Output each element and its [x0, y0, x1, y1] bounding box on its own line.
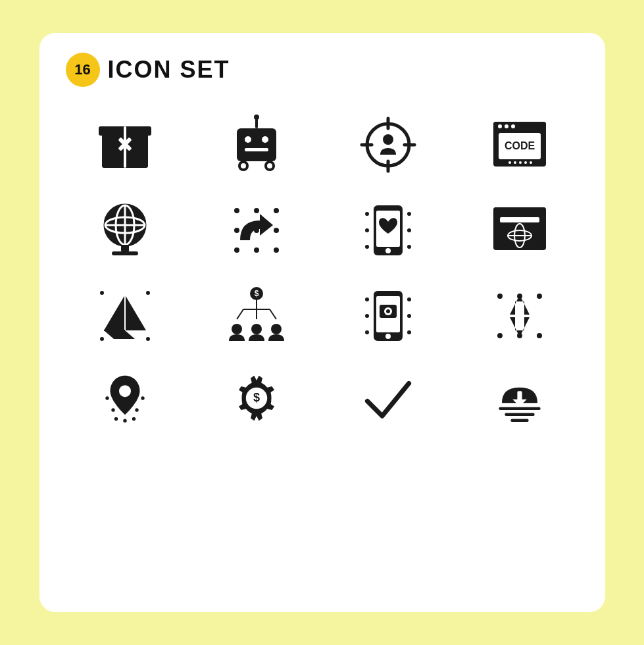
svg-marker-75 — [104, 330, 135, 339]
svg-rect-4 — [124, 126, 126, 168]
badge-number: 16 — [66, 53, 100, 87]
svg-point-42 — [234, 208, 239, 213]
svg-rect-40 — [121, 245, 129, 251]
svg-rect-121 — [505, 413, 534, 417]
svg-point-90 — [365, 330, 369, 334]
svg-point-54 — [407, 228, 411, 232]
location-pin-icon — [66, 362, 184, 434]
svg-point-45 — [234, 228, 239, 233]
svg-point-7 — [262, 136, 268, 143]
globe-stand-icon — [66, 191, 184, 270]
svg-point-100 — [537, 294, 542, 299]
svg-point-107 — [141, 396, 144, 400]
svg-point-85 — [271, 324, 282, 334]
sunset-download-icon — [460, 362, 579, 434]
svg-point-26 — [511, 124, 515, 128]
svg-rect-122 — [510, 419, 528, 423]
svg-point-30 — [514, 161, 516, 164]
svg-point-6 — [245, 136, 251, 143]
svg-point-52 — [407, 212, 411, 216]
svg-point-44 — [274, 208, 279, 213]
svg-marker-105 — [510, 317, 530, 337]
svg-point-10 — [254, 115, 259, 120]
svg-point-89 — [407, 314, 411, 318]
svg-point-106 — [105, 396, 109, 400]
svg-point-31 — [519, 161, 522, 164]
svg-text:$: $ — [253, 391, 259, 404]
mobile-camera-icon — [329, 276, 447, 355]
svg-point-69 — [146, 291, 150, 295]
svg-point-113 — [114, 417, 117, 421]
svg-point-43 — [254, 208, 259, 213]
svg-rect-63 — [500, 217, 539, 222]
svg-point-87 — [407, 297, 411, 301]
svg-point-115 — [132, 417, 135, 421]
target-person-icon — [329, 105, 447, 184]
svg-rect-120 — [499, 407, 540, 411]
svg-point-84 — [251, 324, 262, 334]
svg-point-96 — [386, 309, 390, 313]
robot-cart-icon — [197, 105, 316, 184]
svg-rect-62 — [493, 212, 546, 217]
svg-point-114 — [123, 419, 126, 423]
svg-point-110 — [111, 408, 114, 411]
crowdfunding-icon: $ — [197, 276, 316, 355]
svg-rect-41 — [112, 251, 138, 255]
svg-text:$: $ — [254, 289, 259, 298]
svg-point-48 — [234, 247, 239, 253]
svg-text:CODE: CODE — [504, 140, 535, 151]
svg-rect-5 — [237, 128, 276, 161]
svg-point-68 — [100, 291, 104, 295]
svg-point-101 — [497, 333, 503, 338]
svg-rect-8 — [245, 148, 268, 151]
svg-point-20 — [383, 134, 393, 145]
svg-point-47 — [274, 228, 279, 233]
svg-point-112 — [119, 385, 131, 397]
code-browser-icon: CODE — [460, 105, 579, 184]
title: ICON SET — [108, 56, 230, 84]
svg-line-78 — [237, 309, 243, 319]
svg-point-50 — [274, 247, 279, 253]
transfer-icon — [460, 276, 579, 355]
svg-point-56 — [407, 245, 411, 249]
box-remove-icon — [66, 105, 184, 184]
icons-grid: CODE — [66, 105, 579, 434]
header: 16 ICON SET — [66, 53, 230, 87]
svg-point-111 — [135, 408, 138, 411]
svg-point-86 — [365, 297, 369, 301]
svg-point-103 — [537, 333, 542, 338]
svg-point-91 — [407, 330, 411, 334]
route-direction-icon — [197, 191, 316, 270]
svg-point-88 — [365, 314, 369, 318]
svg-point-49 — [254, 247, 259, 253]
svg-point-70 — [100, 337, 104, 341]
svg-point-98 — [497, 294, 503, 299]
web-globe-icon — [460, 191, 579, 270]
svg-point-71 — [146, 337, 150, 341]
svg-point-32 — [524, 161, 527, 164]
mobile-heart-icon — [329, 191, 447, 270]
main-card: 16 ICON SET — [39, 33, 605, 612]
svg-marker-104 — [510, 295, 530, 315]
svg-point-33 — [530, 161, 532, 164]
svg-point-59 — [385, 248, 391, 253]
svg-point-14 — [267, 163, 272, 168]
svg-point-55 — [365, 245, 369, 249]
settings-dollar-icon: $ — [197, 362, 316, 434]
svg-rect-9 — [255, 118, 258, 128]
svg-point-29 — [508, 161, 511, 164]
svg-point-53 — [365, 228, 369, 232]
checkmark-icon — [329, 362, 447, 434]
3d-pyramid-icon — [66, 276, 184, 355]
svg-line-80 — [270, 309, 276, 319]
svg-point-13 — [241, 163, 246, 168]
svg-point-25 — [505, 124, 508, 128]
svg-point-97 — [385, 334, 391, 339]
svg-point-24 — [498, 124, 502, 128]
svg-point-83 — [232, 324, 242, 334]
svg-point-51 — [365, 212, 369, 216]
